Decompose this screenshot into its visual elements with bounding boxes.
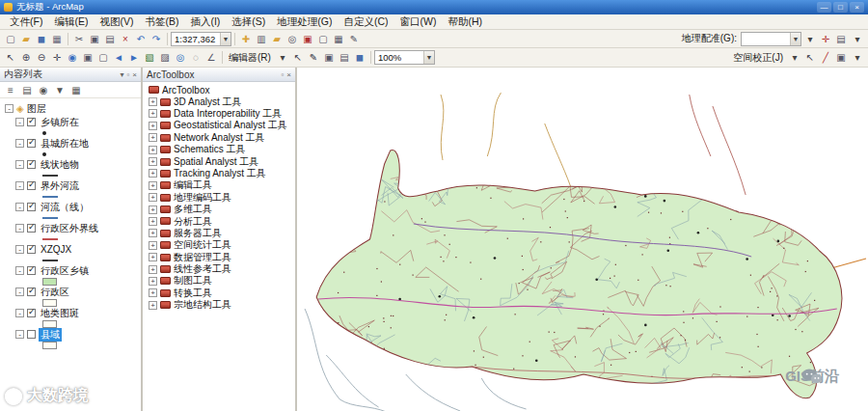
- expander-icon[interactable]: -: [15, 203, 24, 211]
- save-icon[interactable]: ◼: [34, 32, 49, 46]
- model-builder-icon[interactable]: ▦: [331, 32, 346, 46]
- layer-checkbox[interactable]: [27, 118, 36, 126]
- list-by-selection-icon[interactable]: ▼: [53, 83, 67, 97]
- expander-icon[interactable]: -: [15, 266, 24, 275]
- chevron-down-icon[interactable]: ▼: [790, 33, 800, 45]
- expander-icon[interactable]: +: [149, 122, 157, 130]
- toolbar-options-icon[interactable]: ▾: [850, 50, 865, 65]
- chevron-down-icon[interactable]: ▼: [423, 51, 434, 64]
- editor-dropdown-icon[interactable]: ▾: [275, 50, 290, 65]
- zoom-percent-combo[interactable]: 100% ▼: [374, 50, 435, 65]
- run-adjust-icon[interactable]: ▣: [833, 50, 849, 65]
- expander-icon[interactable]: +: [149, 288, 157, 297]
- layer-label[interactable]: 界外河流: [39, 179, 81, 193]
- layer-checkbox[interactable]: [27, 139, 36, 148]
- toolbox-item[interactable]: +宗地结构工具: [149, 299, 295, 311]
- toolbox-item[interactable]: +Data Interoperability 工具: [149, 108, 295, 120]
- add-data-icon[interactable]: ✚: [238, 32, 254, 46]
- auto-hide-pin-icon[interactable]: ▫: [126, 70, 129, 79]
- expander-icon[interactable]: +: [149, 133, 157, 142]
- toolbox-item[interactable]: +服务器工具: [149, 228, 295, 239]
- layer-symbol[interactable]: [42, 341, 141, 349]
- fixed-zoom-in-icon[interactable]: ▣: [80, 50, 95, 65]
- menu-item[interactable]: 帮助(H): [443, 14, 489, 30]
- measure-icon[interactable]: ∠: [203, 50, 219, 65]
- layer-checkbox[interactable]: [27, 309, 36, 317]
- layer-checkbox[interactable]: [27, 160, 36, 169]
- layer-label[interactable]: 行政区外界线: [39, 222, 100, 235]
- layer-checkbox[interactable]: [27, 288, 36, 296]
- cut-icon[interactable]: ✂: [71, 32, 87, 46]
- menu-item[interactable]: 自定义(C): [339, 14, 394, 30]
- add-control-points-icon[interactable]: ✛: [818, 32, 833, 46]
- layer-checkbox[interactable]: [27, 203, 36, 211]
- redo-icon[interactable]: ↷: [149, 32, 164, 46]
- editor-toolbar-label[interactable]: 编辑器(R): [226, 51, 274, 65]
- toolbox-item[interactable]: +编辑工具: [149, 179, 295, 191]
- layer-symbol[interactable]: [42, 234, 141, 243]
- layer-label[interactable]: 线状地物: [39, 158, 81, 172]
- expander-icon[interactable]: -: [15, 224, 24, 233]
- edit-pointer-icon[interactable]: ↖: [290, 50, 306, 65]
- expander-icon[interactable]: +: [149, 301, 157, 310]
- expander-icon[interactable]: +: [149, 217, 157, 226]
- toolbox-item[interactable]: +制图工具: [149, 275, 295, 287]
- create-features-icon[interactable]: ▣: [321, 50, 337, 65]
- close-icon[interactable]: ×: [286, 70, 291, 79]
- toolbox-item[interactable]: +分析工具: [149, 215, 295, 227]
- expander-icon[interactable]: +: [149, 265, 157, 274]
- layer-checkbox[interactable]: [27, 224, 36, 233]
- expander-icon[interactable]: +: [149, 253, 157, 261]
- expander-icon[interactable]: -: [15, 118, 24, 126]
- sketch-tool-icon[interactable]: ✎: [306, 50, 321, 65]
- print-icon[interactable]: ▦: [49, 32, 65, 46]
- expander-icon[interactable]: -: [15, 245, 24, 254]
- expander-icon[interactable]: +: [149, 181, 157, 190]
- zoom-out-tool-icon[interactable]: ⊖: [34, 50, 49, 65]
- layer-checkbox[interactable]: [27, 330, 36, 339]
- toolbar-options-icon[interactable]: ▾: [850, 32, 865, 46]
- toolbox-item[interactable]: +Schematics 工具: [149, 144, 295, 155]
- toolbox-item[interactable]: +地理编码工具: [149, 192, 295, 204]
- layer-label[interactable]: 河流（线）: [39, 201, 91, 214]
- save-edits-icon[interactable]: ◼: [352, 50, 367, 65]
- view-link-table-icon[interactable]: ▤: [833, 32, 849, 46]
- search-window-icon[interactable]: ◎: [285, 32, 300, 46]
- expander-icon[interactable]: +: [149, 241, 157, 250]
- expander-icon[interactable]: -: [15, 288, 24, 296]
- open-folder-icon[interactable]: ▰: [18, 32, 34, 46]
- copy-icon[interactable]: ▣: [87, 32, 102, 46]
- pan-tool-icon[interactable]: ✛: [49, 50, 65, 65]
- new-document-icon[interactable]: ▢: [3, 32, 18, 46]
- full-extent-icon[interactable]: ◉: [65, 50, 80, 65]
- expander-icon[interactable]: +: [149, 277, 157, 286]
- auto-hide-pin-icon[interactable]: ▫: [281, 70, 284, 79]
- arctoolbox-window-icon[interactable]: ▣: [300, 32, 315, 46]
- arctoolbox-root-label[interactable]: ArcToolbox: [162, 85, 209, 96]
- toolbox-item[interactable]: +线性参考工具: [149, 263, 295, 275]
- toolbox-item[interactable]: +多维工具: [149, 204, 295, 215]
- python-window-icon[interactable]: ▢: [315, 32, 331, 46]
- toc-root-item[interactable]: - ◈ 图层: [5, 101, 141, 116]
- expander-icon[interactable]: -: [15, 139, 24, 148]
- new-displacement-link-icon[interactable]: ╱: [818, 50, 833, 65]
- layer-checkbox[interactable]: [27, 181, 36, 190]
- expander-icon[interactable]: -: [5, 104, 14, 113]
- close-button[interactable]: ×: [850, 2, 864, 13]
- expander-icon[interactable]: -: [15, 330, 24, 339]
- find-icon[interactable]: ◌: [188, 50, 203, 65]
- menu-item[interactable]: 编辑(E): [48, 14, 94, 30]
- list-by-visibility-icon[interactable]: ◉: [37, 83, 50, 97]
- expander-icon[interactable]: +: [149, 169, 157, 178]
- menu-item[interactable]: 选择(S): [226, 14, 271, 30]
- select-elements-icon[interactable]: ↖: [3, 50, 18, 65]
- delete-icon[interactable]: ×: [118, 32, 133, 46]
- toolbox-item[interactable]: +数据管理工具: [149, 251, 295, 262]
- menu-item[interactable]: 窗口(W): [394, 14, 443, 30]
- list-by-source-icon[interactable]: ▤: [20, 83, 34, 97]
- toolbox-item[interactable]: +Geostatistical Analyst 工具: [149, 120, 295, 131]
- menu-item[interactable]: 文件(F): [4, 14, 48, 30]
- expander-icon[interactable]: +: [149, 109, 157, 118]
- expander-icon[interactable]: +: [149, 229, 157, 237]
- toc-options-icon[interactable]: ▦: [69, 83, 83, 97]
